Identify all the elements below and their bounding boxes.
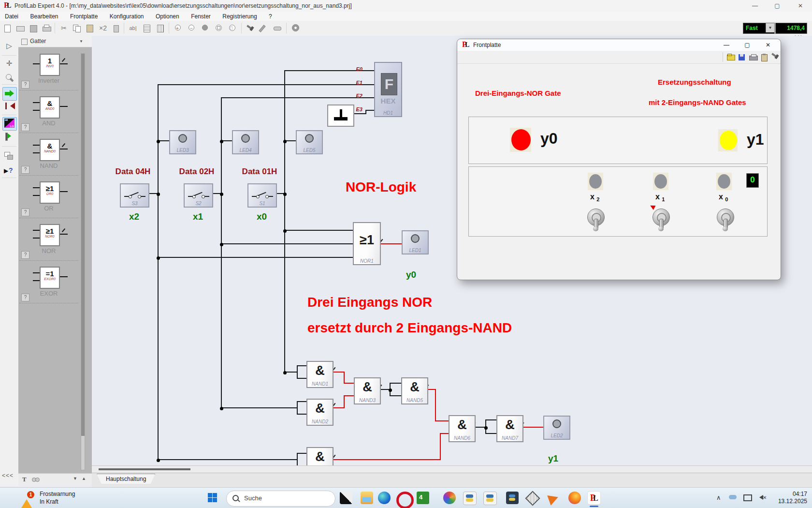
taskbar-icon-task-view[interactable] bbox=[340, 492, 352, 504]
switch-component[interactable]: S2 bbox=[184, 183, 213, 208]
taskbar-icon-pointer-orange[interactable] bbox=[548, 492, 560, 504]
magnifier-tool-icon[interactable] bbox=[2, 72, 16, 84]
nand-gate[interactable]: & bbox=[306, 447, 334, 465]
print-icon[interactable] bbox=[41, 23, 52, 34]
nand-gate[interactable]: &NAND6 bbox=[449, 415, 476, 442]
zoom-all-icon[interactable]: □ bbox=[227, 23, 238, 34]
zoom-in-icon[interactable]: + bbox=[173, 23, 184, 34]
taskbar-icon-media-red[interactable] bbox=[396, 492, 414, 508]
grid-small-icon[interactable] bbox=[141, 23, 153, 34]
item-help-button[interactable]: ? bbox=[21, 81, 29, 89]
speed-select[interactable]: Fast▼ bbox=[743, 23, 775, 34]
open-file-icon[interactable] bbox=[14, 23, 26, 34]
taskbar-icon-wireframe[interactable] bbox=[526, 492, 538, 504]
led-component[interactable]: LED1 bbox=[402, 230, 429, 254]
taskbar-clock[interactable]: 04:17 13.12.2025 bbox=[778, 491, 807, 505]
palette-item[interactable]: ≥1 NOR0 NOR ? bbox=[19, 218, 78, 261]
frontplatte-titlebar[interactable]: PL Frontplatte — ▢ ✕ bbox=[457, 39, 781, 51]
duplicate-icon[interactable]: ×2 bbox=[97, 23, 109, 34]
text-tool-icon[interactable]: ab| bbox=[127, 23, 139, 34]
edit-panel-icon[interactable] bbox=[770, 53, 780, 61]
taskbar-icon-irfanview[interactable]: 4 bbox=[417, 492, 429, 504]
scroll-up-icon[interactable]: ▲ bbox=[82, 476, 86, 481]
context-help-icon[interactable]: ▶? bbox=[2, 163, 16, 176]
palette-header[interactable]: Gatter ▼ bbox=[18, 36, 92, 47]
nand-gate[interactable]: &NAND5 bbox=[401, 377, 428, 404]
item-help-button[interactable]: ? bbox=[21, 166, 29, 174]
taskbar-icon-palette[interactable] bbox=[443, 492, 456, 504]
paste-panel-icon[interactable] bbox=[759, 53, 769, 61]
led-component[interactable]: LED4 bbox=[232, 130, 259, 154]
open-panel-icon[interactable] bbox=[726, 53, 736, 61]
item-help-button[interactable]: ? bbox=[21, 123, 29, 131]
led-component[interactable]: LED5 bbox=[296, 130, 323, 154]
search-box[interactable]: Suche bbox=[226, 491, 335, 507]
save-icon[interactable] bbox=[28, 23, 39, 34]
paste-icon[interactable] bbox=[84, 23, 96, 34]
menu-item[interactable]: Registrierung bbox=[218, 12, 261, 21]
menu-item[interactable]: ? bbox=[264, 12, 277, 21]
close-button[interactable]: ✕ bbox=[790, 0, 811, 12]
copy-icon[interactable] bbox=[71, 23, 83, 34]
taskbar-icon-file-explorer[interactable] bbox=[361, 492, 373, 504]
node-tool-icon[interactable]: ✛ bbox=[2, 57, 16, 70]
ground-component[interactable] bbox=[327, 105, 354, 127]
alert-title[interactable]: Frostwarnung bbox=[40, 491, 75, 497]
canvas-h-scrollbar[interactable] bbox=[92, 465, 812, 473]
collapse-panel-button[interactable]: <<< bbox=[2, 472, 14, 479]
frontplatte-minimize-button[interactable]: — bbox=[716, 39, 737, 51]
copy-components-icon[interactable] bbox=[2, 150, 16, 163]
pointer-tool-icon[interactable]: ▷ bbox=[2, 40, 16, 52]
palette-item[interactable]: & AND0 AND ? bbox=[19, 90, 78, 133]
menu-item[interactable]: Bearbeiten bbox=[25, 12, 63, 21]
menu-item[interactable]: Optionen bbox=[151, 12, 184, 21]
hi-lo-tool-icon[interactable]: HILO bbox=[2, 117, 17, 131]
nor-gate[interactable]: ≥1 NOR1 bbox=[353, 222, 381, 265]
item-help-button[interactable]: ? bbox=[21, 294, 29, 301]
zoom-out-icon[interactable]: − bbox=[186, 23, 198, 34]
alert-subtitle[interactable]: In Kraft bbox=[40, 498, 58, 505]
nand-gate[interactable]: &NAND7 bbox=[496, 415, 523, 442]
text-label-tool-icon[interactable]: T bbox=[22, 476, 27, 483]
taskbar-icon-firefox[interactable] bbox=[568, 492, 581, 504]
menu-item[interactable]: Konfiguration bbox=[105, 12, 149, 21]
io-tool-icon[interactable] bbox=[2, 130, 16, 143]
menu-item[interactable]: Datei bbox=[0, 12, 23, 21]
print-panel-icon[interactable] bbox=[748, 53, 758, 61]
new-file-icon[interactable] bbox=[1, 23, 13, 34]
maximize-button[interactable]: ▢ bbox=[767, 0, 788, 12]
delete-icon[interactable] bbox=[110, 23, 122, 34]
palette-item[interactable]: 1 INV0 Inverter ? bbox=[19, 48, 78, 90]
cut-icon[interactable]: ✂ bbox=[58, 23, 70, 34]
wire-tool-icon[interactable] bbox=[245, 23, 257, 34]
tray-chevron-icon[interactable]: ∧ bbox=[716, 494, 721, 501]
palette-dropdown-icon[interactable]: ▼ bbox=[79, 36, 83, 47]
toggle-switch-x0[interactable] bbox=[717, 209, 734, 226]
palette-item[interactable]: & NAND0 NAND ? bbox=[19, 133, 78, 176]
menu-item[interactable]: Frontplatte bbox=[65, 12, 102, 21]
start-button[interactable] bbox=[208, 493, 220, 506]
palette-item[interactable]: ≥1 OR0 OR ? bbox=[19, 176, 78, 218]
toggle-switch-x2[interactable] bbox=[587, 209, 605, 226]
taskbar-icon-edge[interactable] bbox=[378, 492, 391, 504]
menu-item[interactable]: Fenster bbox=[186, 12, 216, 21]
hex-display-component[interactable]: F HEX HD1 bbox=[374, 62, 402, 117]
weather-alert-icon[interactable]: 1 bbox=[21, 491, 36, 506]
palette-item[interactable]: =1 EXOR0 EXOR ? bbox=[19, 261, 78, 303]
taskbar-icon-python-console[interactable] bbox=[506, 492, 519, 504]
probe-tool-icon[interactable] bbox=[259, 23, 270, 34]
scroll-down-icon[interactable]: ▼ bbox=[73, 476, 77, 481]
led-component[interactable]: LED3 bbox=[169, 130, 196, 154]
speed-dropdown-arrow[interactable]: ▼ bbox=[766, 23, 774, 32]
led-component[interactable]: LED2 bbox=[543, 416, 570, 440]
save-panel-icon[interactable] bbox=[737, 53, 747, 61]
switch-component[interactable]: S3 bbox=[120, 183, 149, 208]
step-back-icon[interactable] bbox=[2, 100, 16, 113]
frontplatte-maximize-button[interactable]: ▢ bbox=[737, 39, 758, 51]
nand-gate[interactable]: &NAND1 bbox=[306, 361, 334, 388]
taskbar-icon-profilab-active[interactable]: PL bbox=[588, 492, 600, 504]
zoom-normal-icon[interactable] bbox=[200, 23, 211, 34]
minimize-button[interactable]: — bbox=[744, 0, 766, 12]
frontplatte-close-button[interactable]: ✕ bbox=[757, 39, 779, 51]
nand-gate[interactable]: &NAND3 bbox=[354, 377, 381, 404]
